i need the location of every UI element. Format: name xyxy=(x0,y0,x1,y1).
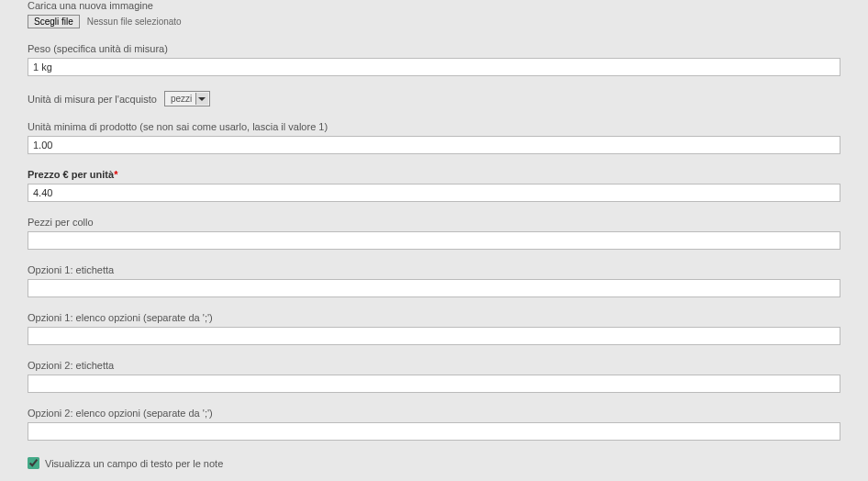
pezzi-collo-input[interactable] xyxy=(28,231,840,250)
unita-minima-label: Unità minima di prodotto (se non sai com… xyxy=(28,121,840,132)
opzioni1-elenco-input[interactable] xyxy=(28,327,840,345)
note-checkbox-label: Visualizza un campo di testo per le note xyxy=(45,458,223,469)
chevron-down-icon xyxy=(195,93,208,105)
prezzo-input[interactable] xyxy=(28,184,840,202)
note-checkbox[interactable] xyxy=(28,457,39,469)
opzioni1-etichetta-label: Opzioni 1: etichetta xyxy=(28,264,840,275)
choose-file-button[interactable]: Scegli file xyxy=(28,15,80,28)
unita-misura-label: Unità di misura per l'acquisto xyxy=(28,94,157,105)
pezzi-collo-label: Pezzi per collo xyxy=(28,217,840,228)
unita-minima-input[interactable] xyxy=(28,136,840,154)
peso-label: Peso (specifica unità di misura) xyxy=(28,43,840,54)
upload-label: Carica una nuova immagine xyxy=(28,0,840,11)
required-asterisk: * xyxy=(114,169,117,180)
peso-input[interactable] xyxy=(28,58,840,76)
opzioni1-etichetta-input[interactable] xyxy=(28,279,840,297)
opzioni1-elenco-label: Opzioni 1: elenco opzioni (separate da '… xyxy=(28,312,840,323)
opzioni2-etichetta-input[interactable] xyxy=(28,375,840,393)
file-status: Nessun file selezionato xyxy=(87,17,182,27)
opzioni2-elenco-input[interactable] xyxy=(28,422,840,441)
opzioni2-etichetta-label: Opzioni 2: etichetta xyxy=(28,360,840,371)
opzioni2-elenco-label: Opzioni 2: elenco opzioni (separate da '… xyxy=(28,408,840,419)
unita-misura-select[interactable]: pezzi xyxy=(164,91,210,106)
prezzo-label: Prezzo € per unità* xyxy=(28,169,840,180)
